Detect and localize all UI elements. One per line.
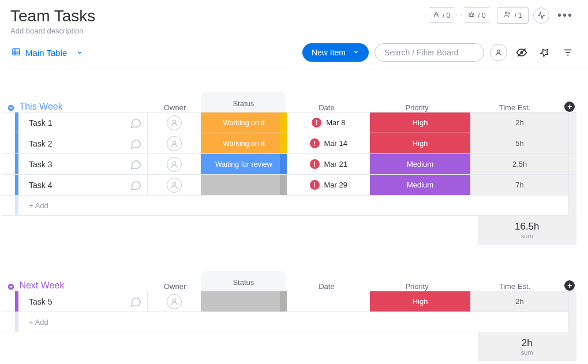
- time-estimate-cell[interactable]: 5h: [470, 133, 568, 153]
- header-actions: / 0 / 0 / 1 •••: [426, 7, 576, 24]
- column-header-date[interactable]: Date: [286, 103, 368, 112]
- chat-icon[interactable]: [124, 137, 147, 150]
- add-row-label: + Add: [18, 201, 48, 210]
- column-header-date[interactable]: Date: [286, 282, 368, 291]
- row-left: Task 3: [2, 154, 147, 174]
- task-name[interactable]: Task 5: [18, 297, 124, 306]
- status-fold-indicator: [280, 175, 287, 195]
- status-fold-indicator: [280, 112, 287, 133]
- group-collapse-toggle[interactable]: [5, 104, 17, 112]
- board-title[interactable]: Team Tasks: [10, 7, 95, 25]
- owner-cell[interactable]: [147, 175, 201, 195]
- group-collapse-toggle[interactable]: [5, 283, 17, 291]
- date-label: Mar 29: [324, 181, 347, 189]
- llama-count-badge[interactable]: / 0: [426, 7, 456, 23]
- add-column-button[interactable]: +: [563, 102, 576, 112]
- column-header-owner[interactable]: Owner: [148, 282, 201, 291]
- filter-button[interactable]: [559, 44, 576, 61]
- time-label: 7h: [515, 181, 523, 189]
- group-footer: 2h sum: [2, 332, 576, 361]
- board-body: This Week Owner Status Date Priority Tim…: [0, 69, 588, 361]
- add-row[interactable]: + Add: [2, 312, 576, 332]
- llama-icon: [432, 10, 440, 20]
- people-count-badge[interactable]: / 1: [497, 7, 529, 24]
- row-tail: [568, 175, 576, 195]
- task-name[interactable]: Task 3: [18, 160, 124, 169]
- time-estimate-cell[interactable]: 2h: [470, 291, 568, 312]
- task-name[interactable]: Task 1: [18, 118, 124, 127]
- status-cell[interactable]: [201, 291, 286, 312]
- date-cell[interactable]: [287, 291, 370, 312]
- column-header-priority[interactable]: Priority: [368, 282, 466, 291]
- priority-cell[interactable]: High: [370, 133, 470, 153]
- column-header-owner[interactable]: Owner: [148, 103, 201, 112]
- owner-cell[interactable]: [147, 133, 201, 153]
- owner-cell[interactable]: [147, 154, 201, 174]
- time-label: 5h: [515, 139, 523, 148]
- more-menu-button[interactable]: •••: [554, 9, 576, 22]
- column-header-priority[interactable]: Priority: [368, 103, 466, 112]
- board-header: Team Tasks Add board description / 0 / 0…: [0, 0, 588, 39]
- priority-cell[interactable]: High: [370, 112, 470, 133]
- group-name[interactable]: This Week: [17, 102, 148, 112]
- svg-point-12: [173, 162, 176, 164]
- chat-icon[interactable]: [124, 117, 147, 129]
- time-estimate-cell[interactable]: 2h: [470, 112, 568, 133]
- sum-label: sum: [521, 232, 533, 239]
- owner-cell[interactable]: [147, 112, 201, 133]
- status-fold-indicator: [280, 154, 287, 174]
- svg-point-3: [505, 12, 507, 14]
- status-cell[interactable]: [201, 175, 286, 195]
- column-header-status[interactable]: Status: [201, 273, 286, 291]
- group-header: Next Week Owner Status Date Priority Tim…: [2, 273, 576, 291]
- date-cell[interactable]: ! Mar 8: [287, 112, 370, 133]
- status-cell[interactable]: Working on it: [201, 133, 286, 153]
- status-cell[interactable]: Waiting for review: [201, 154, 286, 174]
- time-estimate-cell[interactable]: 2.5h: [470, 154, 568, 174]
- column-header-time[interactable]: Time Est.: [466, 103, 563, 112]
- board-title-block: Team Tasks Add board description: [10, 7, 95, 35]
- task-name[interactable]: Task 2: [18, 139, 124, 148]
- priority-cell[interactable]: Medium: [370, 154, 470, 174]
- table-row: Task 1 Working on it ! Mar 8 High 2h: [2, 112, 576, 133]
- priority-cell[interactable]: Medium: [370, 175, 470, 195]
- group: This Week Owner Status Date Priority Tim…: [2, 95, 576, 245]
- priority-label: Medium: [407, 160, 433, 168]
- robot-icon: [467, 10, 475, 20]
- group-name[interactable]: Next Week: [17, 280, 148, 291]
- date-cell[interactable]: ! Mar 21: [287, 154, 370, 174]
- pin-button[interactable]: [536, 44, 553, 61]
- person-filter-button[interactable]: [490, 44, 507, 61]
- owner-avatar-placeholder: [167, 136, 182, 151]
- column-header-status[interactable]: Status: [201, 95, 286, 112]
- hide-columns-button[interactable]: [513, 44, 530, 61]
- add-row[interactable]: + Add: [2, 195, 576, 216]
- overdue-alert-icon: !: [310, 159, 320, 169]
- add-column-button[interactable]: +: [563, 280, 576, 291]
- search-input[interactable]: [374, 43, 484, 62]
- new-item-button[interactable]: New Item: [302, 43, 369, 62]
- time-estimate-cell[interactable]: 7h: [470, 175, 568, 195]
- chat-icon[interactable]: [124, 295, 147, 308]
- board-description[interactable]: Add board description: [10, 27, 95, 35]
- chat-icon[interactable]: [124, 158, 147, 171]
- task-name[interactable]: Task 4: [18, 181, 124, 190]
- date-label: Mar 21: [324, 160, 347, 168]
- robot-count-badge[interactable]: / 0: [461, 7, 492, 23]
- priority-cell[interactable]: High: [370, 291, 470, 312]
- row-left: Task 1: [2, 112, 147, 133]
- status-cell[interactable]: Working on it: [201, 112, 286, 133]
- main-table-tab[interactable]: Main Table: [8, 45, 87, 61]
- date-cell[interactable]: ! Mar 14: [287, 133, 370, 153]
- column-header-status-wrap: Status: [201, 92, 286, 112]
- people-count-text: / 1: [515, 12, 522, 20]
- chat-icon[interactable]: [124, 179, 147, 192]
- svg-point-6: [497, 50, 500, 53]
- overdue-alert-icon: !: [312, 118, 321, 127]
- owner-cell[interactable]: [147, 291, 201, 312]
- date-cell[interactable]: ! Mar 29: [287, 175, 370, 195]
- row-tail: [568, 195, 576, 216]
- activity-icon-button[interactable]: [533, 7, 549, 24]
- column-header-time[interactable]: Time Est.: [466, 282, 563, 291]
- table-icon: [12, 47, 21, 58]
